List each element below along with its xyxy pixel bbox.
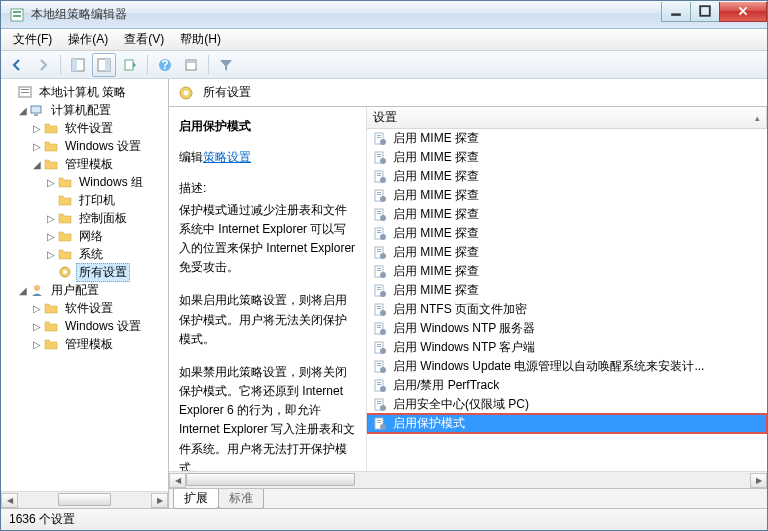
list-item[interactable]: 启用 Windows NTP 客户端	[367, 338, 767, 357]
svg-rect-86	[377, 422, 381, 423]
edit-policy-link[interactable]: 策略设置	[203, 150, 251, 164]
tree-software-settings[interactable]: ▷软件设置	[3, 119, 166, 137]
tree-u-admin[interactable]: ▷管理模板	[3, 335, 166, 353]
menu-action[interactable]: 操作(A)	[60, 29, 116, 50]
svg-point-63	[380, 310, 386, 316]
list-item[interactable]: 启用 NTFS 页面文件加密	[367, 300, 767, 319]
list-item-label: 启用 Windows NTP 服务器	[393, 320, 535, 337]
tree-system[interactable]: ▷系统	[3, 245, 166, 263]
svg-rect-78	[377, 384, 381, 385]
list-item[interactable]: 启用 MIME 探查	[367, 186, 767, 205]
setting-icon	[373, 265, 387, 279]
svg-point-35	[380, 177, 386, 183]
setting-icon	[373, 360, 387, 374]
minimize-button[interactable]	[661, 2, 691, 22]
tree-computer-config[interactable]: ◢计算机配置	[3, 101, 166, 119]
show-tree-button[interactable]	[66, 53, 90, 77]
svg-point-21	[34, 285, 40, 291]
list-item-label: 启用 Windows NTP 客户端	[393, 339, 535, 356]
list-item[interactable]: 启用/禁用 PerfTrack	[367, 376, 767, 395]
setting-icon	[373, 322, 387, 336]
back-button[interactable]	[5, 53, 29, 77]
svg-rect-38	[377, 194, 381, 195]
list-item[interactable]: 启用 MIME 探查	[367, 243, 767, 262]
svg-point-43	[380, 215, 386, 221]
tab-standard[interactable]: 标准	[218, 489, 264, 509]
svg-point-75	[380, 367, 386, 373]
list-item[interactable]: 启用 MIME 探查	[367, 129, 767, 148]
right-header-title: 所有设置	[203, 84, 251, 101]
list-item[interactable]: 启用 Windows NTP 服务器	[367, 319, 767, 338]
setting-icon	[373, 227, 387, 241]
setting-icon	[373, 398, 387, 412]
tree-u-software[interactable]: ▷软件设置	[3, 299, 166, 317]
list-item[interactable]: 启用安全中心(仅限域 PC)	[367, 395, 767, 414]
svg-rect-69	[377, 344, 381, 345]
svg-rect-49	[377, 249, 381, 250]
list-item[interactable]: 启用保护模式	[367, 414, 767, 433]
svg-rect-13	[186, 60, 196, 63]
setting-icon	[373, 417, 387, 431]
svg-rect-4	[700, 6, 710, 16]
maximize-button[interactable]	[690, 2, 720, 22]
app-icon	[9, 7, 25, 23]
tree[interactable]: 本地计算机 策略 ◢计算机配置 ▷软件设置 ▷Windows 设置 ◢管理模板 …	[1, 79, 168, 491]
svg-rect-17	[31, 106, 41, 113]
tree-windows-settings[interactable]: ▷Windows 设置	[3, 137, 166, 155]
tree-printers[interactable]: 打印机	[3, 191, 166, 209]
setting-icon	[373, 303, 387, 317]
svg-rect-6	[72, 59, 77, 71]
svg-rect-15	[21, 89, 29, 90]
svg-rect-26	[377, 137, 381, 138]
list-item[interactable]: 启用 MIME 探查	[367, 205, 767, 224]
menubar: 文件(F) 操作(A) 查看(V) 帮助(H)	[1, 29, 767, 51]
tree-root[interactable]: 本地计算机 策略	[3, 83, 166, 101]
svg-rect-58	[377, 289, 381, 290]
svg-rect-2	[13, 15, 21, 17]
tree-network[interactable]: ▷网络	[3, 227, 166, 245]
list-item[interactable]: 启用 MIME 探查	[367, 148, 767, 167]
tree-all-settings[interactable]: 所有设置	[3, 263, 166, 281]
tree-user-config[interactable]: ◢用户配置	[3, 281, 166, 299]
list-item[interactable]: 启用 MIME 探查	[367, 262, 767, 281]
setting-icon	[373, 132, 387, 146]
list-header[interactable]: 设置	[367, 107, 767, 129]
properties-button[interactable]	[179, 53, 203, 77]
tab-extended[interactable]: 扩展	[173, 489, 219, 509]
export-button[interactable]	[118, 53, 142, 77]
svg-point-79	[380, 386, 386, 392]
menu-file[interactable]: 文件(F)	[5, 29, 60, 50]
show-detail-button[interactable]	[92, 53, 116, 77]
svg-point-59	[380, 291, 386, 297]
tree-admin-templates[interactable]: ◢管理模板	[3, 155, 166, 173]
left-hscroll[interactable]: ◀▶	[1, 491, 168, 508]
list-item[interactable]: 启用 MIME 探查	[367, 224, 767, 243]
list-item[interactable]: 启用 Windows Update 电源管理以自动唤醒系统来安装计...	[367, 357, 767, 376]
list-item-label: 启用 MIME 探查	[393, 225, 479, 242]
svg-point-39	[380, 196, 386, 202]
svg-rect-61	[377, 306, 381, 307]
svg-point-55	[380, 272, 386, 278]
description-pane: 启用保护模式 编辑策略设置 描述: 保护模式通过减少注册表和文件系统中 Inte…	[169, 107, 367, 471]
tree-windows-components[interactable]: ▷Windows 组	[3, 173, 166, 191]
list-item[interactable]: 启用 MIME 探查	[367, 167, 767, 186]
menu-view[interactable]: 查看(V)	[116, 29, 172, 50]
right-hscroll[interactable]: ◀▶	[169, 471, 767, 488]
list-item[interactable]: 启用 MIME 探查	[367, 281, 767, 300]
list-body[interactable]: 启用 MIME 探查启用 MIME 探查启用 MIME 探查启用 MIME 探查…	[367, 129, 767, 471]
col-setting[interactable]: 设置	[367, 107, 767, 128]
tree-u-windows[interactable]: ▷Windows 设置	[3, 317, 166, 335]
tree-control-panel[interactable]: ▷控制面板	[3, 209, 166, 227]
svg-rect-3	[671, 13, 681, 15]
menu-help[interactable]: 帮助(H)	[172, 29, 229, 50]
help-button[interactable]: ?	[153, 53, 177, 77]
filter-button[interactable]	[214, 53, 238, 77]
svg-rect-57	[377, 287, 381, 288]
list-item-label: 启用 MIME 探查	[393, 206, 479, 223]
svg-rect-73	[377, 363, 381, 364]
statusbar: 1636 个设置	[1, 508, 767, 530]
forward-button[interactable]	[31, 53, 55, 77]
desc-p2: 如果启用此策略设置，则将启用保护模式。用户将无法关闭保护模式。	[179, 291, 358, 349]
close-button[interactable]	[719, 2, 767, 22]
titlebar[interactable]: 本地组策略编辑器	[1, 1, 767, 29]
